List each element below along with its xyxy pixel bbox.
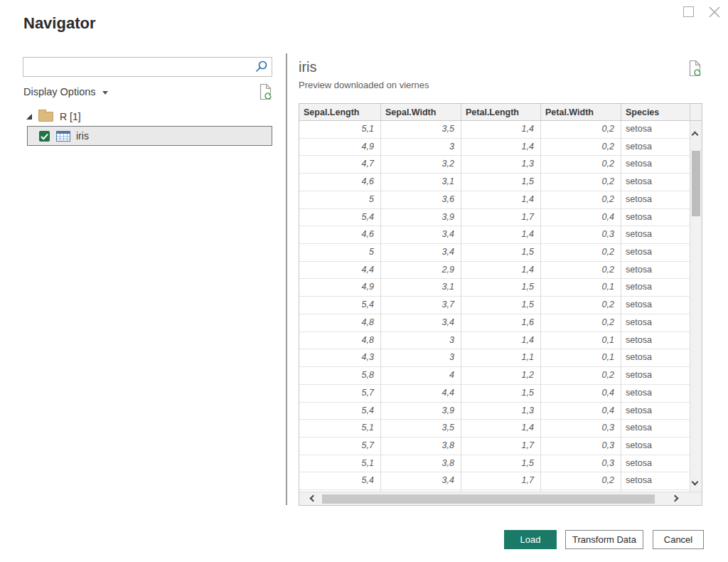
column-header-filler xyxy=(690,104,702,120)
cell-value: 2,9 xyxy=(381,262,461,279)
display-options-row: Display Options xyxy=(23,83,272,101)
table-row: 4,931,40,2setosa xyxy=(299,139,690,157)
cell-species: setosa xyxy=(621,385,690,402)
table-row: 5,13,81,50,3setosa xyxy=(299,455,690,473)
vertical-scrollbar-thumb[interactable] xyxy=(692,151,700,216)
maximize-button[interactable] xyxy=(683,6,694,17)
cell-value: 0,2 xyxy=(541,262,621,279)
cell-value: 1,4 xyxy=(461,121,541,138)
table-row: 4,42,91,40,2setosa xyxy=(299,262,690,280)
cell-value: 0,2 xyxy=(541,121,621,138)
display-options-label: Display Options xyxy=(23,86,96,97)
cell-value: 4,9 xyxy=(299,139,381,156)
cell-value: 5,4 xyxy=(299,403,381,420)
cell-value: 3,2 xyxy=(381,156,461,173)
cell-value: 3 xyxy=(381,349,461,366)
cell-value: 1,4 xyxy=(461,226,541,243)
table-row: 4,63,41,40,3setosa xyxy=(299,226,690,244)
cell-value: 4,7 xyxy=(299,156,381,173)
horizontal-scrollbar[interactable] xyxy=(299,492,702,505)
cell-value: 1,7 xyxy=(461,438,541,455)
cell-value: 1,5 xyxy=(461,174,541,191)
cell-value: 0,2 xyxy=(541,367,621,384)
table-row: 53,61,40,2setosa xyxy=(299,191,690,209)
cell-value: 3,5 xyxy=(381,420,461,437)
refresh-document-icon xyxy=(259,83,272,100)
cell-value: 5 xyxy=(299,244,381,261)
dialog-title: Navigator xyxy=(23,14,95,33)
cell-value: 4,4 xyxy=(381,385,461,402)
cell-value: 3,4 xyxy=(381,314,461,332)
column-header: Petal.Length xyxy=(461,104,541,120)
cell-value: 4,4 xyxy=(299,262,381,279)
cell-value: 3,4 xyxy=(381,244,461,261)
tree-item-iris[interactable]: iris xyxy=(27,126,272,146)
scroll-down-icon[interactable] xyxy=(692,479,699,486)
preview-table: Sepal.LengthSepal.WidthPetal.LengthPetal… xyxy=(299,103,702,506)
column-header: Species xyxy=(621,104,690,120)
cell-species: setosa xyxy=(621,455,690,472)
cell-species: setosa xyxy=(621,279,690,296)
cell-value: 4,8 xyxy=(299,314,381,332)
display-options-dropdown[interactable]: Display Options xyxy=(23,86,108,97)
cancel-button[interactable]: Cancel xyxy=(653,530,704,549)
search-input[interactable] xyxy=(23,58,254,76)
cell-value: 0,2 xyxy=(541,244,621,261)
load-button[interactable]: Load xyxy=(504,530,557,549)
table-row: 5,13,51,40,2setosa xyxy=(299,121,690,139)
table-row: 5,841,20,2setosa xyxy=(299,367,690,385)
cell-value: 1,6 xyxy=(461,314,541,332)
cell-value: 0,4 xyxy=(541,209,621,226)
table-row: 5,74,41,50,4setosa xyxy=(299,385,690,403)
cell-value: 1,1 xyxy=(461,349,541,366)
cell-value: 1,4 xyxy=(461,420,541,437)
transform-data-button[interactable]: Transform Data xyxy=(565,530,643,549)
cell-value: 1,5 xyxy=(461,455,541,472)
scroll-right-icon[interactable] xyxy=(672,495,679,502)
table-row: 4,331,10,1setosa xyxy=(299,349,690,367)
table-header: Sepal.LengthSepal.WidthPetal.LengthPetal… xyxy=(299,104,702,121)
table-row: 5,43,91,30,4setosa xyxy=(299,403,690,420)
cell-value: 0,2 xyxy=(541,472,621,489)
scroll-left-icon[interactable] xyxy=(310,495,317,502)
cell-species: setosa xyxy=(621,438,690,455)
checkbox-checked-icon[interactable] xyxy=(39,131,50,142)
horizontal-scrollbar-thumb[interactable] xyxy=(322,494,655,504)
preview-refresh-button[interactable] xyxy=(688,60,702,80)
cell-value: 4,3 xyxy=(299,349,381,366)
cell-value: 0,3 xyxy=(541,226,621,243)
folder-icon xyxy=(38,112,53,122)
cell-value: 5,1 xyxy=(299,121,381,138)
cell-value: 0,2 xyxy=(541,156,621,173)
table-row: 5,13,51,40,3setosa xyxy=(299,420,690,438)
cell-value: 3 xyxy=(381,139,461,156)
cell-value: 3,8 xyxy=(381,455,461,472)
cell-value: 4 xyxy=(381,367,461,384)
cell-value: 1,4 xyxy=(461,191,541,208)
refresh-source-button[interactable] xyxy=(259,83,272,100)
cell-species: setosa xyxy=(621,367,690,384)
tree-folder-row[interactable]: R [1] xyxy=(26,109,81,124)
close-button[interactable] xyxy=(707,5,722,19)
cell-value: 5 xyxy=(299,191,381,208)
cell-species: setosa xyxy=(621,209,690,226)
table-body: 5,13,51,40,2setosa4,931,40,2setosa4,73,2… xyxy=(299,121,690,492)
preview-title: iris xyxy=(299,59,317,75)
cell-value: 3,9 xyxy=(381,209,461,226)
cell-species: setosa xyxy=(621,420,690,437)
cell-species: setosa xyxy=(621,262,690,279)
scroll-up-icon[interactable] xyxy=(692,132,699,139)
cell-species: setosa xyxy=(621,297,690,314)
table-row: 4,831,40,1setosa xyxy=(299,332,690,350)
cell-value: 5,1 xyxy=(299,455,381,472)
cell-value: 3,5 xyxy=(381,121,461,138)
cell-species: setosa xyxy=(621,472,690,489)
table-row: 53,41,50,2setosa xyxy=(299,244,690,262)
search-icon[interactable] xyxy=(254,60,268,74)
cell-value: 1,5 xyxy=(461,385,541,402)
cell-value: 5,8 xyxy=(299,367,381,384)
vertical-scrollbar[interactable] xyxy=(690,121,702,492)
tree-expander-icon[interactable] xyxy=(26,114,32,120)
cell-species: setosa xyxy=(621,174,690,191)
cell-value: 3,9 xyxy=(381,403,461,420)
